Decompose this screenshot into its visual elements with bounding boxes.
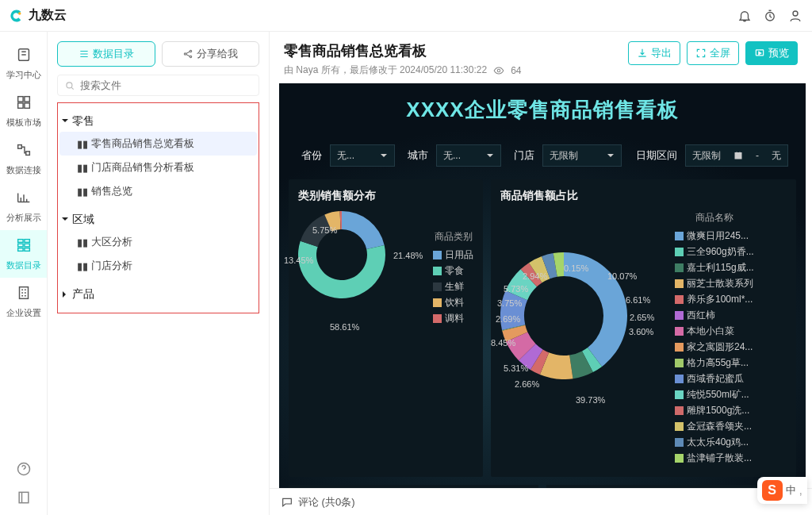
svg-rect-13 bbox=[24, 244, 29, 247]
collapse-icon[interactable] bbox=[16, 490, 32, 505]
legend-item[interactable]: 格力高55g草... bbox=[675, 356, 754, 370]
svg-point-22 bbox=[67, 82, 72, 87]
help-icon[interactable] bbox=[16, 461, 32, 477]
tab-data-catalog-label: 数据目录 bbox=[93, 47, 134, 61]
legend-item[interactable]: 生鲜 bbox=[433, 280, 473, 294]
svg-point-21 bbox=[190, 56, 192, 57]
ime-mode: 中 bbox=[786, 483, 796, 498]
nav-templates-label: 模板市场 bbox=[6, 117, 41, 127]
app-name: 九数云 bbox=[29, 7, 67, 24]
tree-group-retail[interactable]: 零售 bbox=[59, 111, 257, 132]
dashboard-icon: ▮▮ bbox=[77, 237, 86, 247]
legend-item[interactable]: 微爽日用245... bbox=[675, 229, 754, 243]
legend-item[interactable]: 盐津铺子散装... bbox=[675, 452, 754, 465]
svg-rect-9 bbox=[25, 152, 29, 156]
legend-item[interactable]: 饮料 bbox=[433, 296, 473, 309]
dashboard-canvas: XXXX企业零售商品销售看板 省份 无... 城市 无... 门店 无限制 日期… bbox=[279, 83, 806, 488]
tab-data-catalog[interactable]: 数据目录 bbox=[57, 41, 155, 67]
fullscreen-button[interactable]: 全屏 bbox=[687, 41, 739, 65]
filter-province-label: 省份 bbox=[301, 148, 322, 163]
timer-icon[interactable] bbox=[763, 9, 777, 23]
ime-indicator[interactable]: S 中 , bbox=[757, 477, 807, 504]
dashboard-icon: ▮▮ bbox=[77, 139, 86, 148]
tree-item-retail-overview[interactable]: ▮▮零售商品销售总览看板 bbox=[59, 132, 257, 156]
legend-item[interactable]: 养乐多100ml*... bbox=[675, 293, 754, 306]
legend-item[interactable]: 纯悦550ml矿... bbox=[675, 388, 754, 402]
tree-item-store-analysis[interactable]: ▮▮门店商品销售分析看板 bbox=[59, 156, 257, 179]
calendar-icon bbox=[733, 151, 743, 160]
svg-point-19 bbox=[185, 53, 186, 55]
page-header: 零售商品销售总览看板 由 Naya 所有，最后修改于 2024/05/20 11… bbox=[270, 32, 812, 83]
legend-item[interactable]: 丽芝士散装系列 bbox=[675, 277, 754, 290]
tab-shared-with-me[interactable]: 分享给我 bbox=[162, 41, 260, 67]
preview-button[interactable]: 预览 bbox=[745, 41, 798, 65]
tree-item-label: 零售商品销售总览看板 bbox=[91, 136, 194, 151]
tree-group-region[interactable]: 区域 bbox=[59, 209, 257, 230]
svg-rect-5 bbox=[24, 97, 29, 102]
filter-store[interactable]: 无限制 bbox=[542, 144, 622, 167]
svg-rect-18 bbox=[19, 492, 29, 502]
legend-category: 商品类别 日用品零食生鲜饮料调料 bbox=[433, 230, 473, 328]
filter-bar: 省份 无... 城市 无... 门店 无限制 日期区间 无限制 - 无 bbox=[289, 140, 796, 171]
legend-item[interactable]: 三全960g奶香... bbox=[675, 245, 754, 259]
left-nav-rail: 学习中心 模板市场 数据连接 分析展示 数据目录 企业设置 bbox=[0, 32, 48, 515]
dashboard-title: XXXX企业零售商品销售看板 bbox=[289, 83, 796, 140]
donut-product: 39.73%2.66%5.31%8.45%2.69%3.75%5.73%2.94… bbox=[500, 252, 675, 427]
nav-templates[interactable]: 模板市场 bbox=[0, 87, 47, 135]
tree-item-store[interactable]: ▮▮门店分析 bbox=[59, 254, 257, 278]
nav-dataconn[interactable]: 数据连接 bbox=[0, 135, 47, 183]
legend-item[interactable]: 零食 bbox=[433, 264, 473, 278]
page-views: 64 bbox=[511, 65, 521, 76]
nav-analysis-label: 分析展示 bbox=[6, 213, 41, 222]
tree-item-big-region[interactable]: ▮▮大区分析 bbox=[59, 230, 257, 254]
top-bar: 九数云 bbox=[0, 0, 812, 32]
filter-city-label: 城市 bbox=[408, 148, 428, 163]
legend-item[interactable]: 调料 bbox=[433, 312, 473, 325]
tree-group-region-label: 区域 bbox=[72, 213, 94, 227]
tree-item-label: 大区分析 bbox=[91, 235, 132, 249]
tab-shared-label: 分享给我 bbox=[197, 47, 238, 61]
nav-learn[interactable]: 学习中心 bbox=[0, 40, 47, 87]
nav-analysis[interactable]: 分析展示 bbox=[0, 183, 47, 230]
tree-group-product-label: 产品 bbox=[72, 287, 94, 302]
tree-item-sales-overview[interactable]: ▮▮销售总览 bbox=[59, 179, 257, 203]
search-input[interactable] bbox=[80, 79, 252, 91]
filter-city[interactable]: 无... bbox=[436, 144, 501, 167]
export-button[interactable]: 导出 bbox=[628, 41, 680, 65]
logo-icon bbox=[10, 9, 24, 23]
svg-rect-8 bbox=[17, 145, 21, 149]
user-icon[interactable] bbox=[788, 9, 802, 23]
filter-store-label: 门店 bbox=[514, 148, 534, 163]
tree-group-product[interactable]: 产品 bbox=[59, 284, 257, 305]
svg-point-20 bbox=[190, 50, 192, 52]
legend-item[interactable]: 太太乐40g鸡... bbox=[675, 436, 754, 449]
legend-product: 商品名称 微爽日用245...三全960g奶香...嘉士利115g威...丽芝士… bbox=[675, 211, 754, 467]
comment-bar[interactable]: 评论 (共0条) bbox=[270, 488, 812, 515]
nav-datacatalog-label: 数据目录 bbox=[6, 260, 41, 270]
svg-point-0 bbox=[18, 12, 21, 14]
app-logo: 九数云 bbox=[10, 7, 67, 24]
legend-item[interactable]: 金冠森香颂夹... bbox=[675, 420, 754, 433]
nav-datacatalog[interactable]: 数据目录 bbox=[0, 230, 47, 278]
filter-date-range[interactable]: 无限制 - 无 bbox=[685, 144, 788, 167]
legend-item[interactable]: 家之寓圆形24... bbox=[675, 340, 754, 354]
filter-province[interactable]: 无... bbox=[330, 144, 395, 167]
export-label: 导出 bbox=[651, 46, 672, 60]
nav-enterprise[interactable]: 企业设置 bbox=[0, 278, 47, 325]
filter-date-label: 日期区间 bbox=[636, 148, 677, 163]
legend-item[interactable]: 日用品 bbox=[433, 248, 473, 262]
search-bar[interactable] bbox=[57, 75, 259, 96]
legend-item[interactable]: 雕牌1500g洗... bbox=[675, 404, 754, 417]
svg-rect-12 bbox=[17, 244, 22, 247]
donut-category: 21.48%58.61%13.45%5.75% bbox=[298, 211, 433, 346]
top-icons bbox=[737, 9, 802, 23]
bell-icon[interactable] bbox=[737, 9, 752, 23]
chevron-down-icon bbox=[380, 152, 388, 159]
svg-rect-11 bbox=[24, 240, 29, 243]
legend-item[interactable]: 本地小白菜 bbox=[675, 325, 754, 338]
svg-rect-16 bbox=[19, 287, 28, 299]
legend-item[interactable]: 西红柿 bbox=[675, 309, 754, 322]
legend-item[interactable]: 西域香妃蜜瓜 bbox=[675, 372, 754, 386]
svg-rect-25 bbox=[735, 153, 741, 159]
legend-item[interactable]: 嘉士利115g威... bbox=[675, 261, 754, 275]
